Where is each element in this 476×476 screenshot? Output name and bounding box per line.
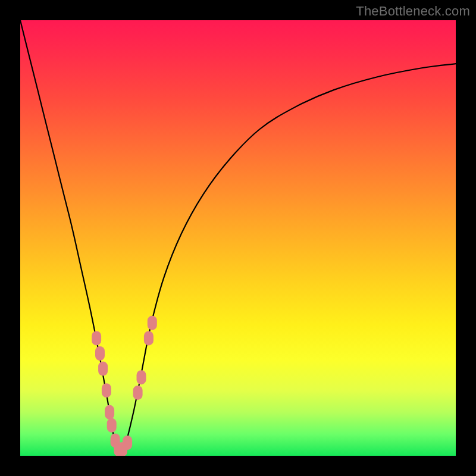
plot-area <box>20 20 456 456</box>
marker <box>137 370 146 384</box>
marker <box>107 418 117 433</box>
marker <box>105 405 114 419</box>
marker-layer <box>92 316 157 456</box>
bottleneck-curve <box>20 20 456 456</box>
marker <box>144 331 154 345</box>
marker <box>133 386 143 400</box>
watermark: TheBottleneck.com <box>356 4 470 19</box>
marker <box>98 362 108 376</box>
chart-frame: TheBottleneck.com <box>0 0 476 476</box>
marker <box>92 331 101 345</box>
marker <box>148 316 157 330</box>
marker <box>123 436 132 450</box>
curve-layer <box>20 20 456 456</box>
chart-svg <box>20 20 456 456</box>
marker <box>95 346 105 361</box>
marker <box>102 383 111 397</box>
